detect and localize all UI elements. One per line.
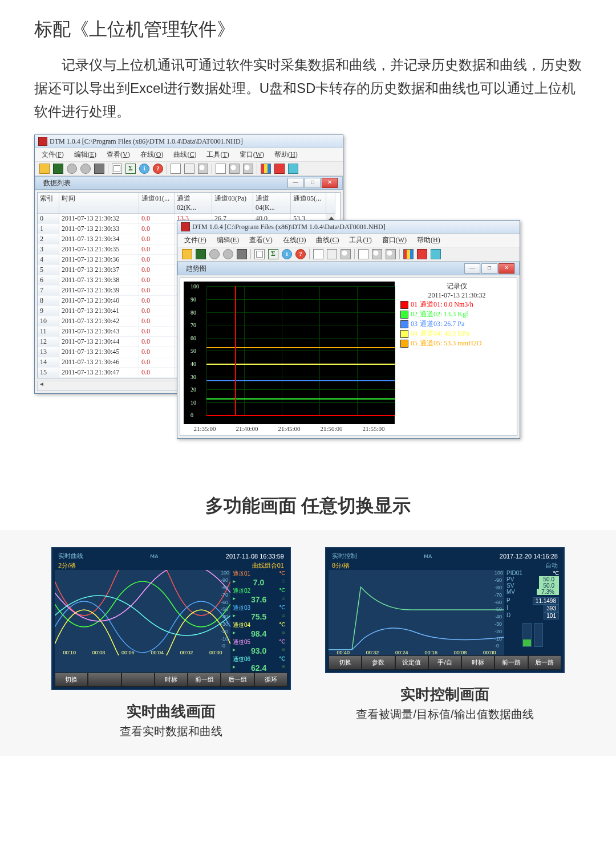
mdi-titlebar[interactable]: 趋势图 — □ ✕ [177,262,520,275]
record2-icon[interactable] [223,249,233,259]
menu-item[interactable]: 帮助(H) [417,235,440,245]
app-icon [181,222,190,231]
menu-item[interactable]: 窗口(W) [382,235,407,245]
menu-item[interactable]: 曲线(C) [173,150,196,160]
zoom-in-icon[interactable] [229,164,240,174]
titlebar[interactable]: DTM 1.0.4 [C:\Program Files (x86)\DTM 1.… [177,221,520,234]
menu-item[interactable]: 工具(T) [349,235,371,245]
tile-h-icon[interactable] [417,249,427,259]
grid-icon[interactable] [254,249,265,259]
preview-icon[interactable] [341,249,351,259]
column-header[interactable]: 通道01(... [139,193,175,214]
device-graph[interactable]: 00:1000:0800:0600:0400:0200:00 100-90-80… [55,570,230,655]
menu-item[interactable]: 曲线(C) [316,235,339,245]
preview-icon[interactable] [198,164,208,174]
device-graph[interactable]: 00:4000:3200:2400:1600:0800:00 100-90-80… [329,570,504,655]
column-header[interactable]: 时间 [59,193,139,214]
device-button[interactable] [121,673,155,687]
column-header[interactable]: 通道05(... [291,193,326,214]
menu-item[interactable]: 编辑(E) [217,235,239,245]
menu-item[interactable]: 文件(F) [42,150,64,160]
minimize-button[interactable]: — [287,178,303,188]
section1-paragraph: 记录仪与上位机通讯可通过软件实时采集数据和曲线，并记录历史数据和曲线，历史数据还… [34,54,582,123]
tile-v-icon[interactable] [288,164,298,174]
y-tick: 80 [191,309,196,315]
close-button[interactable]: ✕ [499,263,514,274]
axis-tick: 00:06 [121,650,135,655]
column-header[interactable]: 通道04(K... [253,193,291,214]
palette-icon[interactable] [403,249,414,259]
titlebar[interactable]: DTM 1.0.4 [C:\Program Files (x86)\DTM 1.… [35,135,343,148]
column-header[interactable]: 通道02(K... [175,193,212,214]
record-icon[interactable] [209,249,220,259]
record2-icon[interactable] [80,164,91,174]
device-button[interactable] [88,673,121,687]
device-button[interactable]: 循环 [254,673,287,687]
help-icon[interactable]: ? [295,249,306,259]
device-button[interactable]: 后一路 [528,655,561,670]
axis-tick: -40 [495,614,503,620]
zoom-out-icon[interactable] [386,249,396,259]
axis-tick: -80 [495,585,503,590]
tile-h-icon[interactable] [274,164,285,174]
sigma-icon[interactable]: Σ [125,164,136,174]
open-icon[interactable] [182,249,192,259]
menu-item[interactable]: 文件(F) [184,235,206,245]
y-tick: 30 [191,373,196,380]
help-icon[interactable]: ? [153,164,163,174]
save-icon[interactable] [196,249,206,259]
copy-icon[interactable] [216,164,226,174]
trend-plot[interactable]: 1009080706050403020100 [184,282,395,424]
scale-label: 2分/格 [58,561,76,570]
print-icon[interactable] [184,164,194,174]
open-icon[interactable] [39,164,50,174]
stop-icon[interactable] [94,164,104,174]
info-icon[interactable]: i [139,164,149,174]
device-button[interactable]: 前一路 [495,655,528,670]
export-icon[interactable] [313,249,323,259]
axis-tick: -70 [495,592,503,598]
grid-icon[interactable] [112,164,122,174]
menu-item[interactable]: 查看(V) [249,235,273,245]
copy-icon[interactable] [358,249,368,259]
pid-readouts: PID01℃ PV50.0SV50.0MV7.3% P11.1498I393D1… [504,570,561,655]
pid-row: MV7.3% [504,589,561,595]
save-icon[interactable] [53,164,63,174]
device-button[interactable]: 时标 [461,655,495,670]
menu-item[interactable]: 在线(O) [283,235,306,245]
menu-item[interactable]: 编辑(E) [74,150,96,160]
print-icon[interactable] [327,249,337,259]
maximize-button[interactable]: □ [481,263,497,274]
tile-v-icon[interactable] [431,249,441,259]
maximize-button[interactable]: □ [305,178,321,188]
auto-label: 自动 [545,561,558,570]
menu-item[interactable]: 工具(T) [206,150,229,160]
column-header[interactable]: 通道03(Pa) [212,193,253,214]
sigma-icon[interactable]: Σ [268,249,278,259]
palette-icon[interactable] [261,164,271,174]
info-icon[interactable]: i [282,249,292,259]
mdi-titlebar[interactable]: 数据列表 — □ ✕ [35,176,343,190]
device-button[interactable]: 切换 [55,673,88,687]
record-icon[interactable] [67,164,77,174]
device-button[interactable]: 时标 [155,673,188,687]
device-button[interactable]: 后一组 [221,673,254,687]
zoom-out-icon[interactable] [243,164,253,174]
stop-icon[interactable] [237,249,247,259]
menu-item[interactable]: 在线(O) [140,150,164,160]
axis-tick: -30 [495,621,503,627]
column-header[interactable]: 索引 [38,193,59,214]
device-button[interactable]: 前一组 [188,673,221,687]
menu-item[interactable]: 帮助(H) [274,150,298,160]
export-icon[interactable] [171,164,181,174]
device-button[interactable]: 参数 [362,655,395,670]
menu-item[interactable]: 窗口(W) [240,150,264,160]
menu-item[interactable]: 查看(V) [107,150,130,160]
device-button[interactable]: 切换 [329,655,362,670]
device-button[interactable]: 手/自 [428,655,461,670]
menubar: 文件(F)编辑(E)查看(V)在线(O)曲线(C)工具(T)窗口(W)帮助(H) [177,234,520,247]
close-button[interactable]: ✕ [322,178,338,188]
device-button[interactable]: 设定值 [395,655,428,670]
minimize-button[interactable]: — [464,263,480,274]
zoom-in-icon[interactable] [372,249,382,259]
